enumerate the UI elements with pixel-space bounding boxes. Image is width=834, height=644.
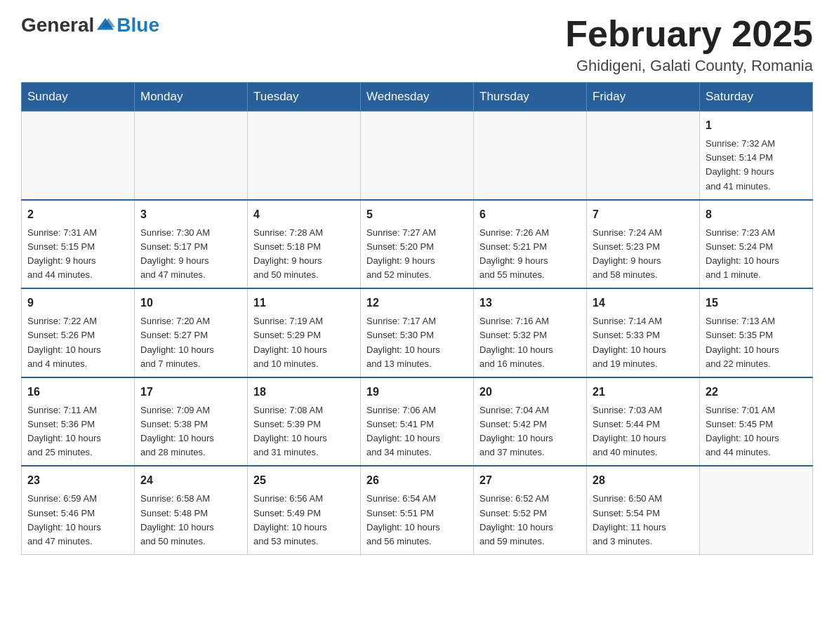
weekday-header-thursday: Thursday (474, 83, 587, 112)
calendar-day-cell: 2Sunrise: 7:31 AM Sunset: 5:15 PM Daylig… (22, 200, 135, 289)
day-info: Sunrise: 7:16 AM Sunset: 5:32 PM Dayligh… (479, 316, 553, 368)
day-info: Sunrise: 7:27 AM Sunset: 5:20 PM Dayligh… (366, 227, 436, 280)
day-number: 25 (253, 472, 355, 489)
calendar-day-cell: 15Sunrise: 7:13 AM Sunset: 5:35 PM Dayli… (700, 288, 813, 377)
day-number: 12 (366, 295, 468, 311)
day-number: 13 (479, 295, 581, 311)
day-info: Sunrise: 6:50 AM Sunset: 5:54 PM Dayligh… (593, 493, 666, 546)
calendar-day-cell (474, 112, 587, 200)
calendar-day-cell: 22Sunrise: 7:01 AM Sunset: 5:45 PM Dayli… (700, 377, 813, 467)
day-info: Sunrise: 7:30 AM Sunset: 5:17 PM Dayligh… (140, 227, 210, 280)
day-number: 19 (366, 384, 468, 401)
page-header: General Blue February 2025 Ghidigeni, Ga… (21, 14, 813, 75)
day-number: 16 (27, 384, 128, 401)
day-info: Sunrise: 7:32 AM Sunset: 5:14 PM Dayligh… (706, 138, 775, 191)
calendar-week-row: 16Sunrise: 7:11 AM Sunset: 5:36 PM Dayli… (22, 377, 813, 467)
day-number: 3 (140, 206, 241, 223)
calendar-day-cell (248, 112, 361, 200)
calendar-day-cell: 26Sunrise: 6:54 AM Sunset: 5:51 PM Dayli… (361, 466, 474, 554)
calendar-day-cell: 8Sunrise: 7:23 AM Sunset: 5:24 PM Daylig… (700, 200, 813, 289)
location-subtitle: Ghidigeni, Galati County, Romania (565, 57, 813, 75)
logo-blue-text: Blue (117, 14, 159, 36)
day-number: 11 (253, 295, 355, 311)
calendar-week-row: 9Sunrise: 7:22 AM Sunset: 5:26 PM Daylig… (22, 288, 813, 377)
day-number: 1 (706, 117, 807, 134)
day-number: 14 (593, 295, 694, 311)
day-number: 5 (366, 206, 468, 223)
calendar-day-cell: 16Sunrise: 7:11 AM Sunset: 5:36 PM Dayli… (22, 377, 135, 467)
calendar-day-cell: 5Sunrise: 7:27 AM Sunset: 5:20 PM Daylig… (361, 200, 474, 289)
calendar-week-row: 2Sunrise: 7:31 AM Sunset: 5:15 PM Daylig… (22, 200, 813, 289)
calendar-day-cell: 13Sunrise: 7:16 AM Sunset: 5:32 PM Dayli… (474, 288, 587, 377)
calendar-day-cell: 20Sunrise: 7:04 AM Sunset: 5:42 PM Dayli… (474, 377, 587, 467)
calendar-day-cell: 3Sunrise: 7:30 AM Sunset: 5:17 PM Daylig… (135, 200, 248, 289)
day-number: 23 (27, 472, 128, 489)
day-number: 17 (140, 384, 241, 401)
calendar-day-cell: 10Sunrise: 7:20 AM Sunset: 5:27 PM Dayli… (135, 288, 248, 377)
day-info: Sunrise: 7:28 AM Sunset: 5:18 PM Dayligh… (253, 227, 323, 280)
calendar-day-cell: 1Sunrise: 7:32 AM Sunset: 5:14 PM Daylig… (700, 112, 813, 200)
day-info: Sunrise: 6:58 AM Sunset: 5:48 PM Dayligh… (140, 493, 214, 546)
day-number: 2 (27, 206, 128, 223)
day-info: Sunrise: 7:24 AM Sunset: 5:23 PM Dayligh… (593, 227, 662, 280)
calendar-day-cell: 6Sunrise: 7:26 AM Sunset: 5:21 PM Daylig… (474, 200, 587, 289)
day-info: Sunrise: 7:01 AM Sunset: 5:45 PM Dayligh… (706, 405, 779, 457)
day-info: Sunrise: 7:22 AM Sunset: 5:26 PM Dayligh… (27, 316, 101, 368)
day-info: Sunrise: 7:20 AM Sunset: 5:27 PM Dayligh… (140, 316, 214, 368)
day-number: 21 (593, 384, 694, 401)
day-number: 10 (140, 295, 241, 311)
calendar-day-cell: 27Sunrise: 6:52 AM Sunset: 5:52 PM Dayli… (474, 466, 587, 554)
calendar-day-cell: 17Sunrise: 7:09 AM Sunset: 5:38 PM Dayli… (135, 377, 248, 467)
calendar-day-cell: 14Sunrise: 7:14 AM Sunset: 5:33 PM Dayli… (587, 288, 700, 377)
day-number: 26 (366, 472, 468, 489)
calendar-day-cell: 18Sunrise: 7:08 AM Sunset: 5:39 PM Dayli… (248, 377, 361, 467)
logo: General Blue (21, 14, 159, 36)
day-info: Sunrise: 7:11 AM Sunset: 5:36 PM Dayligh… (27, 405, 101, 457)
calendar-day-cell: 28Sunrise: 6:50 AM Sunset: 5:54 PM Dayli… (587, 466, 700, 554)
calendar-day-cell: 7Sunrise: 7:24 AM Sunset: 5:23 PM Daylig… (587, 200, 700, 289)
calendar-day-cell: 11Sunrise: 7:19 AM Sunset: 5:29 PM Dayli… (248, 288, 361, 377)
weekday-header-sunday: Sunday (22, 83, 135, 112)
calendar-day-cell (587, 112, 700, 200)
calendar-day-cell: 19Sunrise: 7:06 AM Sunset: 5:41 PM Dayli… (361, 377, 474, 467)
calendar-week-row: 23Sunrise: 6:59 AM Sunset: 5:46 PM Dayli… (22, 466, 813, 554)
day-number: 20 (479, 384, 581, 401)
weekday-header-row: SundayMondayTuesdayWednesdayThursdayFrid… (22, 83, 813, 112)
calendar-day-cell: 4Sunrise: 7:28 AM Sunset: 5:18 PM Daylig… (248, 200, 361, 289)
day-info: Sunrise: 7:19 AM Sunset: 5:29 PM Dayligh… (253, 316, 327, 368)
calendar-day-cell (22, 112, 135, 200)
weekday-header-tuesday: Tuesday (248, 83, 361, 112)
day-number: 7 (593, 206, 694, 223)
day-number: 9 (27, 295, 128, 311)
day-number: 8 (706, 206, 807, 223)
day-number: 27 (479, 472, 581, 489)
calendar-day-cell: 9Sunrise: 7:22 AM Sunset: 5:26 PM Daylig… (22, 288, 135, 377)
day-number: 22 (706, 384, 807, 401)
day-number: 18 (253, 384, 355, 401)
day-info: Sunrise: 7:08 AM Sunset: 5:39 PM Dayligh… (253, 405, 327, 457)
day-number: 4 (253, 206, 355, 223)
calendar-day-cell (700, 466, 813, 554)
calendar-day-cell: 24Sunrise: 6:58 AM Sunset: 5:48 PM Dayli… (135, 466, 248, 554)
day-info: Sunrise: 7:04 AM Sunset: 5:42 PM Dayligh… (479, 405, 553, 457)
day-info: Sunrise: 7:09 AM Sunset: 5:38 PM Dayligh… (140, 405, 214, 457)
day-info: Sunrise: 7:14 AM Sunset: 5:33 PM Dayligh… (593, 316, 666, 368)
weekday-header-saturday: Saturday (700, 83, 813, 112)
title-area: February 2025 Ghidigeni, Galati County, … (565, 14, 813, 75)
calendar-table: SundayMondayTuesdayWednesdayThursdayFrid… (21, 82, 813, 555)
calendar-week-row: 1Sunrise: 7:32 AM Sunset: 5:14 PM Daylig… (22, 112, 813, 200)
day-info: Sunrise: 6:59 AM Sunset: 5:46 PM Dayligh… (27, 493, 101, 546)
day-info: Sunrise: 6:54 AM Sunset: 5:51 PM Dayligh… (366, 493, 440, 546)
calendar-day-cell: 12Sunrise: 7:17 AM Sunset: 5:30 PM Dayli… (361, 288, 474, 377)
calendar-day-cell: 21Sunrise: 7:03 AM Sunset: 5:44 PM Dayli… (587, 377, 700, 467)
day-info: Sunrise: 7:26 AM Sunset: 5:21 PM Dayligh… (479, 227, 549, 280)
day-info: Sunrise: 6:56 AM Sunset: 5:49 PM Dayligh… (253, 493, 327, 546)
weekday-header-monday: Monday (135, 83, 248, 112)
day-number: 28 (593, 472, 694, 489)
calendar-day-cell: 25Sunrise: 6:56 AM Sunset: 5:49 PM Dayli… (248, 466, 361, 554)
day-number: 24 (140, 472, 241, 489)
day-number: 15 (706, 295, 807, 311)
weekday-header-friday: Friday (587, 83, 700, 112)
calendar-day-cell (361, 112, 474, 200)
day-info: Sunrise: 7:03 AM Sunset: 5:44 PM Dayligh… (593, 405, 666, 457)
